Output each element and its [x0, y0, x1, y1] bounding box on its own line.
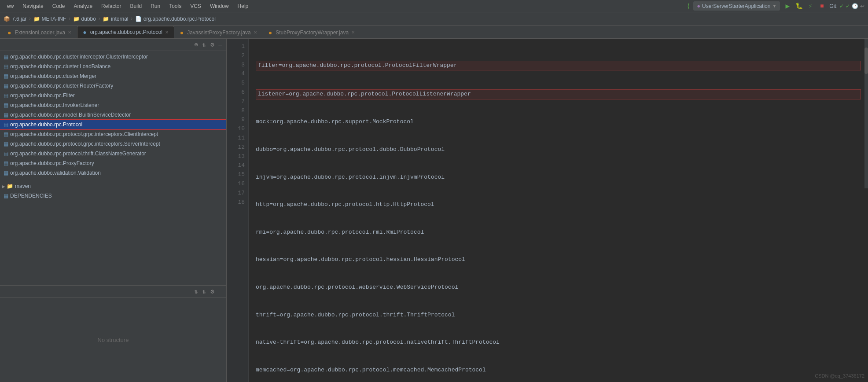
- tree-item-label: org.apache.dubbo.rpc.cluster.RouterFacto…: [10, 83, 113, 89]
- git-history-icon[interactable]: 🕐: [852, 3, 858, 9]
- structure-filter-icon[interactable]: ⇅: [201, 287, 207, 296]
- tab-icon-extension: ●: [7, 29, 11, 36]
- line-numbers: 1 2 3 4 5 6 7 8 9 10 11 12 13 14 15 16 1…: [227, 39, 249, 382]
- tab-javassist[interactable]: ● JavassistProxyFactory.java ✕: [174, 26, 263, 38]
- tree-item-maven[interactable]: ▶ 📁 maven: [0, 181, 226, 191]
- tree-item-load-balance[interactable]: ▤ org.apache.dubbo.rpc.cluster.LoadBalan…: [0, 62, 226, 71]
- breadcrumb-dubbo[interactable]: 📁 dubbo: [73, 16, 96, 22]
- file-tree-icon: ▤: [4, 83, 8, 89]
- tab-bar: ● ExtensionLoader.java ✕ ● org.apache.du…: [0, 26, 868, 39]
- tab-label-extension: ExtensionLoader.java: [15, 29, 65, 36]
- file-tree-icon: ▤: [4, 131, 8, 137]
- git-label: Git:: [829, 3, 838, 9]
- breadcrumb-file[interactable]: 📄 org.apache.dubbo.rpc.Protocol: [135, 16, 216, 22]
- structure-settings-icon[interactable]: ⚙: [209, 287, 215, 296]
- breadcrumb-meta-inf[interactable]: 📁 META-INF: [33, 16, 66, 22]
- code-text: memcached=org.apache.dubbo.rpc.protocol.…: [256, 366, 486, 375]
- run-config-label: UserServerStarterApplication: [702, 3, 770, 9]
- code-text: org.apache.dubbo.rpc.protocol.webservice…: [256, 283, 458, 292]
- file-tree-icon: ▤: [4, 141, 8, 147]
- tree-item-invoker-listener[interactable]: ▤ org.apache.dubbo.rpc.InvokerListener: [0, 100, 226, 110]
- breadcrumb-jar-label: 7.6.jar: [12, 16, 26, 22]
- code-line-10: thrift=org.apache.dubbo.rpc.protocol.thr…: [256, 311, 861, 320]
- code-line-3: mock=org.apache.dubbo.rpc.support.MockPr…: [256, 118, 861, 127]
- menu-code[interactable]: Code: [49, 2, 69, 11]
- tree-item-dependencies[interactable]: ▤ DEPENDENCIES: [0, 191, 226, 201]
- tab-label-javassist: JavassistProxyFactory.java: [187, 29, 251, 36]
- menu-window[interactable]: Window: [206, 2, 232, 11]
- file-tree-icon: ▤: [4, 102, 8, 108]
- tree-item-proxy-factory[interactable]: ▤ org.apache.dubbo.rpc.ProxyFactory: [0, 158, 226, 168]
- file-tree-icon: ▤: [4, 170, 8, 176]
- tab-protocol[interactable]: ● org.apache.dubbo.rpc.Protocol ✕: [77, 26, 174, 38]
- tree-item-label: org.apache.dubbo.rpc.protocol.grpc.inter…: [10, 141, 160, 147]
- navigate-back-icon[interactable]: ⟨: [687, 2, 691, 11]
- no-structure-label: No structure: [98, 337, 129, 343]
- tree-item-router-factory[interactable]: ▤ org.apache.dubbo.rpc.cluster.RouterFac…: [0, 81, 226, 91]
- tree-item-label: org.apache.dubbo.rpc.protocol.grpc.inter…: [10, 131, 158, 137]
- folder-dubbo-icon: 📁: [73, 16, 80, 22]
- folder-internal-icon: 📁: [103, 16, 109, 22]
- breadcrumb-dubbo-label: dubbo: [81, 16, 96, 22]
- tree-item-label: org.apache.dubbo.rpc.cluster.interceptor…: [10, 54, 148, 60]
- menu-ew[interactable]: ew: [4, 2, 17, 11]
- menu-vcs[interactable]: VCS: [187, 2, 205, 11]
- toolbar-settings-icon[interactable]: ⚙: [209, 40, 215, 49]
- file-tree-icon: ▤: [4, 112, 8, 118]
- debug-button[interactable]: 🐛: [794, 1, 804, 11]
- menu-analyze[interactable]: Analyze: [70, 2, 96, 11]
- menu-run[interactable]: Run: [147, 2, 164, 11]
- tree-item-label: maven: [15, 183, 31, 189]
- tree-item-grpc-client[interactable]: ▤ org.apache.dubbo.rpc.protocol.grpc.int…: [0, 129, 226, 139]
- tab-stub[interactable]: ● StubProxyFactoryWrapper.java ✕: [263, 26, 360, 38]
- code-editor[interactable]: 1 2 3 4 5 6 7 8 9 10 11 12 13 14 15 16 1…: [227, 39, 868, 382]
- menu-navigate[interactable]: Navigate: [19, 2, 47, 11]
- tree-item-grpc-server[interactable]: ▤ org.apache.dubbo.rpc.protocol.grpc.int…: [0, 139, 226, 149]
- breadcrumb-file-label: org.apache.dubbo.rpc.Protocol: [143, 16, 216, 22]
- stop-button[interactable]: ■: [817, 1, 827, 11]
- tab-close-stub[interactable]: ✕: [351, 30, 355, 35]
- code-text: filter=org.apache.dubbo.rpc.protocol.Pro…: [258, 61, 457, 70]
- left-panel-toolbar: ⊕ ⇅ ⚙ —: [0, 39, 226, 51]
- git-check2: ✓: [846, 3, 850, 9]
- tab-icon-javassist: ●: [180, 29, 184, 36]
- menu-help[interactable]: Help: [234, 2, 252, 11]
- tree-item-label: org.apache.dubbo.rpc.InvokerListener: [10, 102, 99, 108]
- breadcrumb-internal-label: internal: [111, 16, 128, 22]
- run-button[interactable]: ▶: [783, 1, 792, 11]
- menu-build[interactable]: Build: [126, 2, 145, 11]
- tab-close-protocol[interactable]: ✕: [165, 30, 169, 35]
- git-undo-icon[interactable]: ↩: [860, 3, 864, 9]
- tree-item-merger[interactable]: ▤ org.apache.dubbo.rpc.cluster.Merger: [0, 71, 226, 81]
- breadcrumb: 📦 7.6.jar › 📁 META-INF › 📁 dubbo › 📁 int…: [0, 12, 868, 26]
- tab-close-extension[interactable]: ✕: [68, 30, 71, 35]
- tree-item-filter[interactable]: ▤ org.apache.dubbo.rpc.Filter: [0, 91, 226, 100]
- toolbar-locate-icon[interactable]: ⊕: [193, 40, 199, 49]
- structure-close-icon[interactable]: —: [217, 287, 224, 296]
- code-text: mock=org.apache.dubbo.rpc.support.MockPr…: [256, 118, 414, 127]
- tree-item-label: org.apache.dubbo.validation.Validation: [10, 170, 101, 176]
- menu-tools[interactable]: Tools: [166, 2, 185, 11]
- breadcrumb-jar[interactable]: 📦 7.6.jar: [4, 16, 26, 22]
- breadcrumb-internal[interactable]: 📁 internal: [103, 16, 128, 22]
- tree-item-validation[interactable]: ▤ org.apache.dubbo.validation.Validation: [0, 168, 226, 178]
- menu-refactor[interactable]: Refactor: [98, 2, 125, 11]
- code-line-8: hessian=org.apache.dubbo.rpc.protocol.he…: [256, 255, 861, 264]
- tree-item-protocol[interactable]: ▤ org.apache.dubbo.rpc.Protocol: [0, 120, 226, 129]
- structure-sort-icon[interactable]: ⇅: [193, 287, 199, 296]
- run-config-dropdown[interactable]: ● UserServerStarterApplication ▼: [693, 1, 780, 11]
- tree-item-thrift-classname[interactable]: ▤ org.apache.dubbo.rpc.protocol.thrift.C…: [0, 149, 226, 158]
- tree-item-cluster-interceptor[interactable]: ▤ org.apache.dubbo.rpc.cluster.intercept…: [0, 52, 226, 62]
- code-text: dubbo=org.apache.dubbo.rpc.protocol.dubb…: [256, 145, 445, 154]
- tab-extension-loader[interactable]: ● ExtensionLoader.java ✕: [2, 26, 77, 38]
- code-line-9: org.apache.dubbo.rpc.protocol.webservice…: [256, 283, 861, 292]
- left-panel: ⊕ ⇅ ⚙ — ▤ org.apache.dubbo.rpc.cluster.i…: [0, 39, 227, 382]
- toolbar-close-icon[interactable]: —: [217, 40, 224, 49]
- code-line-11: native-thrift=org.apache.dubbo.rpc.proto…: [256, 338, 861, 347]
- tree-item-builtin-service[interactable]: ▤ org.apache.dubbo.rpc.model.BuiltinServ…: [0, 110, 226, 120]
- toolbar-collapse-icon[interactable]: ⇅: [201, 40, 207, 49]
- tab-close-javassist[interactable]: ✕: [254, 30, 257, 35]
- code-text: thrift=org.apache.dubbo.rpc.protocol.thr…: [256, 311, 455, 320]
- coverage-button[interactable]: ⚡: [805, 1, 815, 11]
- code-content[interactable]: filter=org.apache.dubbo.rpc.protocol.Pro…: [249, 39, 868, 382]
